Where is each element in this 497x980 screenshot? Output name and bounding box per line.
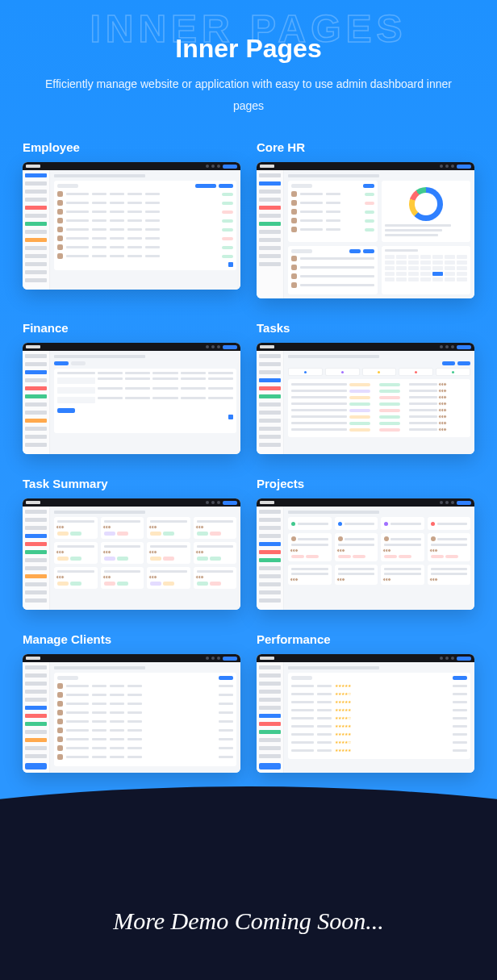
thumbnail-grid: Employee [0,116,497,773]
section-performance: Performance ★★★★★ ★★★ [257,632,474,773]
thumbnail-employee[interactable] [23,162,240,290]
section-manageclients: Manage Clients [23,632,240,773]
thumbnail-performance[interactable]: ★★★★★ ★★★★☆ ★★★★★ ★★★★★ ★★★★☆ ★★★★★ ★★★★… [257,654,474,773]
section-tasksummary: Task Summary [23,477,240,610]
section-label-manageclients: Manage Clients [23,632,240,646]
inner-pages-showcase: INNER PAGES Inner Pages Efficiently mana… [0,0,497,980]
page-subtitle: Efficiently manage website or applicatio… [0,64,497,116]
section-label-tasks: Tasks [257,321,474,335]
section-employee: Employee [23,140,240,298]
thumbnail-projects[interactable] [257,498,474,610]
section-label-corehr: Core HR [257,140,474,154]
section-tasks: Tasks [257,321,474,454]
section-label-employee: Employee [23,140,240,154]
thumbnail-tasks[interactable] [257,343,474,454]
thumbnail-tasksummary[interactable] [23,498,240,610]
section-corehr: Core HR [257,140,474,298]
thumbnail-manageclients[interactable] [23,654,240,773]
section-finance: Finance [23,321,240,454]
section-label-tasksummary: Task Summary [23,477,240,490]
section-projects: Projects [257,477,474,610]
section-label-projects: Projects [257,477,474,490]
footer-wave [0,786,497,980]
footer-text: More Demo Coming Soon... [0,907,497,935]
thumbnail-finance[interactable] [23,343,240,454]
thumbnail-corehr[interactable] [257,162,474,298]
page-title: Inner Pages [0,0,497,64]
section-label-performance: Performance [257,632,474,646]
section-label-finance: Finance [23,321,240,335]
